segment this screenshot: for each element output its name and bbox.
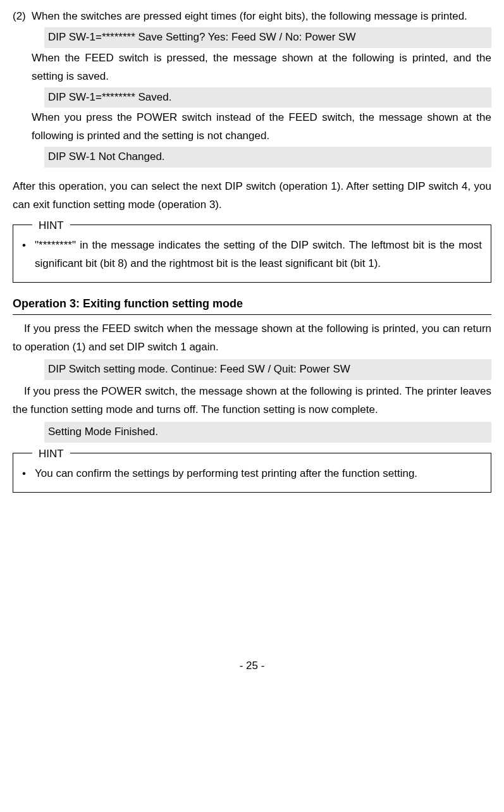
after-operation-para: After this operation, you can select the…	[13, 178, 491, 214]
hint-1-text: "********" in the message indicates the …	[35, 237, 482, 273]
step-2-number: (2)	[13, 8, 32, 26]
bullet-icon: •	[22, 237, 35, 273]
message-box-save-setting: DIP SW-1=******** Save Setting? Yes: Fee…	[44, 27, 491, 48]
bullet-icon: •	[22, 465, 35, 483]
hint-box-2: HINT • You can confirm the settings by p…	[13, 453, 491, 493]
page-number: - 25 -	[13, 657, 491, 675]
op3-para-2: If you press the POWER switch, the messa…	[13, 383, 491, 419]
hint-label-1: HINT	[32, 217, 70, 235]
op3-para-1: If you press the FEED switch when the me…	[13, 320, 491, 357]
message-box-continue-quit: DIP Switch setting mode. Continue: Feed …	[44, 359, 491, 380]
hint-box-1: HINT • "********" in the message indicat…	[13, 225, 491, 283]
hint-label-2: HINT	[32, 445, 70, 464]
step-2-intro: When the switches are pressed eight time…	[32, 8, 491, 26]
step-2-item: (2) When the switches are pressed eight …	[13, 8, 491, 26]
step-2-para-feed: When the FEED switch is pressed, the mes…	[32, 49, 491, 86]
operation-3-heading: Operation 3: Exiting function setting mo…	[13, 294, 491, 316]
hint-2-text: You can confirm the settings by performi…	[35, 465, 482, 483]
message-box-saved: DIP SW-1=******** Saved.	[44, 87, 491, 108]
message-box-finished: Setting Mode Finished.	[44, 422, 491, 443]
step-2-para-power: When you press the POWER switch instead …	[32, 109, 491, 145]
message-box-not-changed: DIP SW-1 Not Changed.	[44, 147, 491, 168]
